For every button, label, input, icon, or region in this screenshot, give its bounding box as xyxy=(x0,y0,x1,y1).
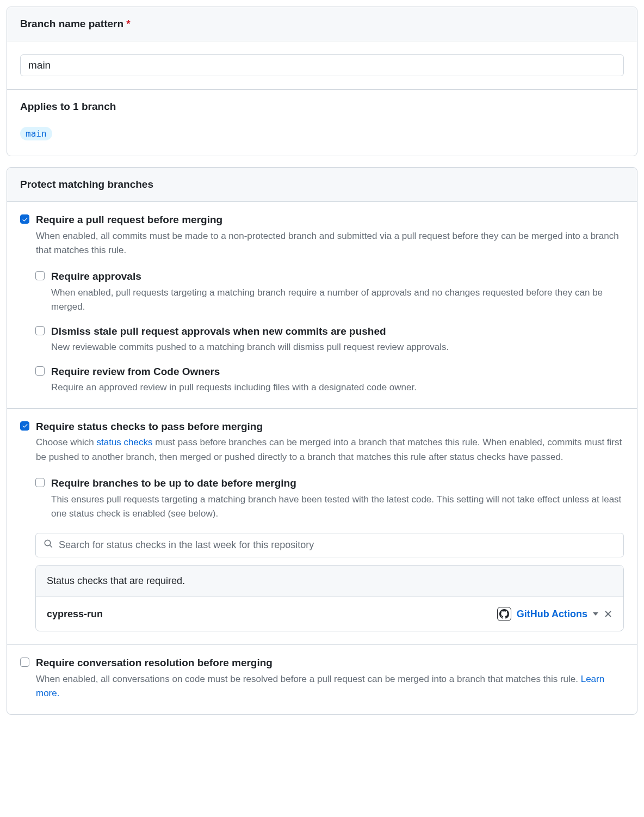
rule-dismiss-stale-title: Dismiss stale pull request approvals whe… xyxy=(51,324,624,339)
branch-chip: main xyxy=(20,127,52,140)
rule-require-approvals-desc: When enabled, pull requests targeting a … xyxy=(51,286,624,315)
rule-dismiss-stale-desc: New reviewable commits pushed to a match… xyxy=(51,340,624,354)
rule-status-checks: Require status checks to pass before mer… xyxy=(7,409,637,646)
rule-require-approvals-title: Require approvals xyxy=(51,269,624,284)
rule-require-pr: Require a pull request before merging Wh… xyxy=(7,202,637,409)
rule-up-to-date-title: Require branches to be up to date before… xyxy=(51,476,624,490)
checkbox-conversation[interactable] xyxy=(20,658,29,667)
branch-pattern-input[interactable] xyxy=(20,54,624,76)
search-icon xyxy=(44,539,53,551)
conversation-desc-pre: When enabled, all conversations on code … xyxy=(36,674,581,684)
remove-status-check-button[interactable] xyxy=(604,610,612,618)
status-desc-pre: Choose which xyxy=(36,437,97,447)
checkbox-require-approvals[interactable] xyxy=(35,271,45,280)
rule-up-to-date-desc: This ensures pull requests targeting a m… xyxy=(51,493,624,521)
branch-pattern-panel: Branch name pattern * Applies to 1 branc… xyxy=(7,7,637,156)
branch-pattern-body xyxy=(7,41,637,90)
status-check-row: cypress-run GitHub Actions xyxy=(36,597,623,631)
checkbox-require-pr[interactable] xyxy=(20,214,29,224)
rule-conversation: Require conversation resolution before m… xyxy=(7,645,637,714)
status-check-name: cypress-run xyxy=(47,609,103,620)
github-icon xyxy=(497,607,511,621)
caret-down-icon[interactable] xyxy=(593,612,598,616)
svg-point-0 xyxy=(45,540,51,546)
rule-require-pr-title: Require a pull request before merging xyxy=(36,213,624,227)
rule-code-owners-title: Require review from Code Owners xyxy=(51,365,624,379)
status-check-source-link[interactable]: GitHub Actions xyxy=(517,609,587,620)
checkbox-status-checks[interactable] xyxy=(20,421,29,431)
protect-panel: Protect matching branches Require a pull… xyxy=(7,167,637,715)
rule-require-pr-desc: When enabled, all commits must be made t… xyxy=(36,229,624,258)
rule-status-checks-desc: Choose which status checks must pass bef… xyxy=(36,435,624,464)
required-status-header: Status checks that are required. xyxy=(36,566,623,597)
required-status-panel: Status checks that are required. cypress… xyxy=(35,565,624,631)
svg-line-1 xyxy=(49,545,52,548)
applies-to-section: Applies to 1 branch main xyxy=(7,90,637,156)
rule-status-checks-title: Require status checks to pass before mer… xyxy=(36,420,624,434)
status-checks-link[interactable]: status checks xyxy=(97,437,153,447)
rule-conversation-desc: When enabled, all conversations on code … xyxy=(36,672,624,701)
status-check-search-input[interactable] xyxy=(59,539,616,551)
branch-pattern-label: Branch name pattern xyxy=(20,18,123,29)
applies-to-title: Applies to 1 branch xyxy=(20,101,624,113)
required-star-icon: * xyxy=(126,18,130,29)
rule-conversation-title: Require conversation resolution before m… xyxy=(36,656,624,670)
checkbox-code-owners[interactable] xyxy=(35,366,45,376)
checkbox-dismiss-stale[interactable] xyxy=(35,326,45,335)
rule-code-owners-desc: Require an approved review in pull reque… xyxy=(51,380,624,395)
protect-header: Protect matching branches xyxy=(7,168,637,202)
branch-pattern-header: Branch name pattern * xyxy=(7,7,637,41)
status-check-search[interactable] xyxy=(35,533,624,557)
checkbox-up-to-date[interactable] xyxy=(35,478,45,487)
